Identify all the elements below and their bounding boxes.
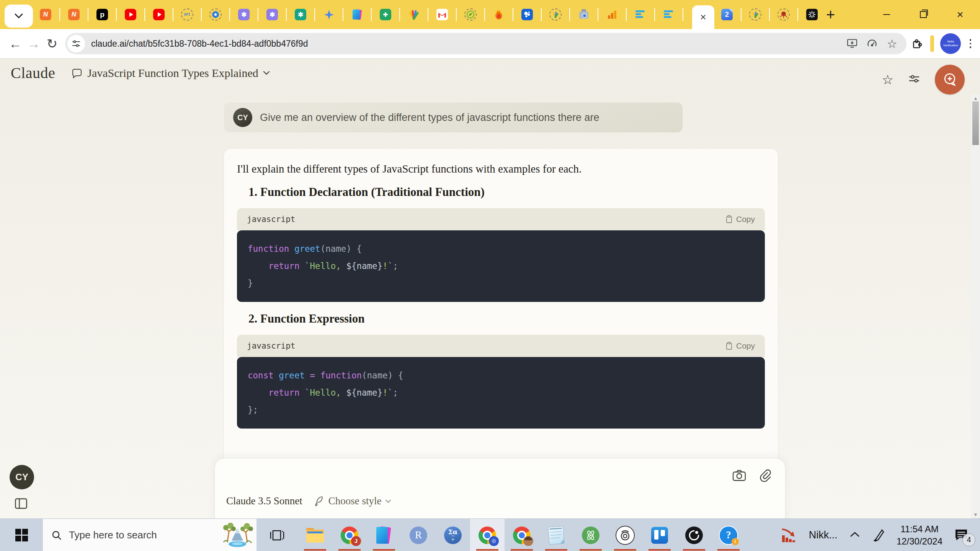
- clock-date: 12/30/2024: [897, 535, 942, 547]
- code-content[interactable]: function greet(name) { return `Hello, ${…: [237, 230, 765, 302]
- pinned-extension-bar[interactable]: [930, 35, 934, 52]
- tab-firebase[interactable]: [490, 0, 508, 29]
- taskbar-app-obs-studio[interactable]: [677, 519, 711, 551]
- taskbar-app-notes-stack[interactable]: [367, 519, 401, 551]
- tab-separator: [626, 8, 627, 21]
- tab-robot-tool[interactable]: [575, 0, 593, 29]
- tab-ads-ring[interactable]: [746, 0, 764, 29]
- tab-separator: [569, 8, 570, 21]
- tab-doc-2[interactable]: 2: [718, 0, 736, 29]
- tab-docs-book[interactable]: [348, 0, 366, 29]
- attach-file-button[interactable]: [759, 469, 771, 484]
- browser-tab-strip: NNpAPI✱✱✱×2 + ×: [0, 0, 980, 29]
- tab-gmail[interactable]: [433, 0, 451, 29]
- tab-search-button[interactable]: [5, 5, 33, 28]
- tray-expand-button[interactable]: [849, 531, 861, 540]
- style-selector[interactable]: Choose style: [314, 495, 392, 507]
- taskbar-app-chrome-profile-blue[interactable]: [470, 519, 505, 551]
- taskbar-search-box[interactable]: Type here to search: [43, 519, 256, 551]
- taskbar-app-math-app[interactable]: Σα÷: [436, 519, 470, 551]
- screenshot-button[interactable]: [732, 469, 746, 484]
- taskbar-app-chrome-profile-personal[interactable]: [505, 519, 539, 551]
- taskbar-app-chrome-profile-j[interactable]: J: [332, 519, 367, 551]
- tab-njoy[interactable]: [775, 0, 792, 29]
- performance-button[interactable]: [865, 38, 879, 49]
- taskbar-app-r-app[interactable]: R: [401, 519, 436, 551]
- tab-namecheap[interactable]: N: [37, 0, 54, 29]
- page-scrollbar[interactable]: ▲ ▼: [971, 95, 980, 518]
- forward-button[interactable]: →: [24, 36, 43, 51]
- install-app-button[interactable]: [845, 38, 859, 49]
- task-view-button[interactable]: [256, 519, 298, 551]
- tab-claude-chat-active[interactable]: ×: [692, 5, 714, 29]
- taskbar-clock[interactable]: 11:54 AM 12/30/2024: [897, 523, 942, 547]
- favorite-star-button[interactable]: ☆: [882, 72, 893, 87]
- taskbar-app-help-app[interactable]: ?i: [711, 519, 746, 551]
- chat-settings-button[interactable]: [908, 73, 920, 86]
- sidebar-toggle-button[interactable]: [14, 496, 28, 512]
- tab-separator: [598, 8, 598, 21]
- tab-blue-hub[interactable]: [207, 0, 224, 29]
- reload-button[interactable]: ↻: [43, 36, 61, 51]
- claude-logo[interactable]: Claude: [11, 64, 55, 82]
- window-restore-button[interactable]: [917, 8, 929, 21]
- site-settings-button[interactable]: [67, 35, 85, 52]
- code-content[interactable]: const greet = function(name) { return `H…: [237, 357, 765, 429]
- search-icon: [51, 530, 62, 541]
- tab-splash-app[interactable]: [518, 0, 536, 29]
- scrollbar-thumb[interactable]: [972, 101, 979, 145]
- chat-title-button[interactable]: JavaScript Function Types Explained: [71, 67, 270, 80]
- new-tab-button[interactable]: +: [826, 7, 835, 22]
- tab-api-docs[interactable]: API: [178, 0, 196, 29]
- search-daily-image[interactable]: [218, 518, 256, 551]
- tab-pattern-app[interactable]: [803, 0, 821, 29]
- action-center-button[interactable]: 4: [954, 528, 975, 543]
- back-button[interactable]: ←: [6, 36, 24, 51]
- tray-app-label[interactable]: Nikk...: [809, 529, 838, 541]
- bookmark-button[interactable]: ☆: [885, 37, 899, 51]
- tab-chatgpt[interactable]: ✱: [235, 0, 253, 29]
- tab-separator: [484, 8, 485, 21]
- tab-gemini[interactable]: [320, 0, 338, 29]
- tab-google-sheets[interactable]: [377, 0, 394, 29]
- tab-analytics[interactable]: [603, 0, 621, 29]
- extensions-button[interactable]: [910, 37, 924, 50]
- scroll-down-arrow-icon[interactable]: ▼: [971, 512, 980, 517]
- copy-code-button[interactable]: Copy: [725, 341, 755, 350]
- tab-leaf-site[interactable]: [462, 0, 479, 29]
- taskbar-app-rings-app[interactable]: [608, 519, 642, 551]
- taskbar-app-trello[interactable]: [642, 519, 677, 551]
- chrome-profile-blue-icon: [479, 527, 496, 544]
- tab-console-bars[interactable]: [632, 0, 649, 29]
- tab-google-fan[interactable]: [405, 0, 423, 29]
- tab-pexels[interactable]: p: [93, 0, 111, 29]
- taskbar-app-atom-app[interactable]: [573, 519, 608, 551]
- taskbar-app-file-explorer[interactable]: [298, 519, 332, 551]
- taskbar-app-notepad[interactable]: [539, 519, 573, 551]
- sales-chart-tray-icon[interactable]: [781, 526, 797, 544]
- tab-chatgpt-3[interactable]: ✱: [292, 0, 309, 29]
- google-ads-favicon: [549, 8, 562, 21]
- tab-youtube[interactable]: [122, 0, 139, 29]
- copy-code-button[interactable]: Copy: [725, 215, 755, 224]
- tab-youtube-2[interactable]: [150, 0, 168, 29]
- window-minimize-button[interactable]: [880, 8, 893, 21]
- profile-avatar[interactable]: Skills Verification: [940, 33, 961, 54]
- tab-namecheap-2[interactable]: N: [65, 0, 83, 29]
- window-close-button[interactable]: ×: [954, 8, 966, 21]
- address-bar[interactable]: claude.ai/chat/b5fc31b8-708b-4ec1-bd84-a…: [65, 33, 906, 54]
- model-selector[interactable]: Claude 3.5 Sonnet: [226, 495, 302, 507]
- pen-tray-icon[interactable]: [872, 528, 885, 543]
- tab-close-icon[interactable]: ×: [700, 12, 706, 23]
- scroll-up-arrow-icon[interactable]: ▲: [971, 96, 980, 101]
- tab-console-bars-2[interactable]: [660, 0, 678, 29]
- start-button[interactable]: [0, 519, 43, 551]
- new-chat-button[interactable]: [935, 65, 965, 95]
- message-composer[interactable]: Claude 3.5 Sonnet Choose style: [214, 458, 786, 518]
- account-avatar[interactable]: CY: [10, 465, 34, 489]
- browser-menu-button[interactable]: [967, 36, 974, 51]
- tab-chatgpt-2[interactable]: ✱: [263, 0, 281, 29]
- url-text[interactable]: claude.ai/chat/b5fc31b8-708b-4ec1-bd84-a…: [91, 39, 839, 49]
- tab-google-ads[interactable]: [547, 0, 564, 29]
- tab-separator: [59, 8, 60, 21]
